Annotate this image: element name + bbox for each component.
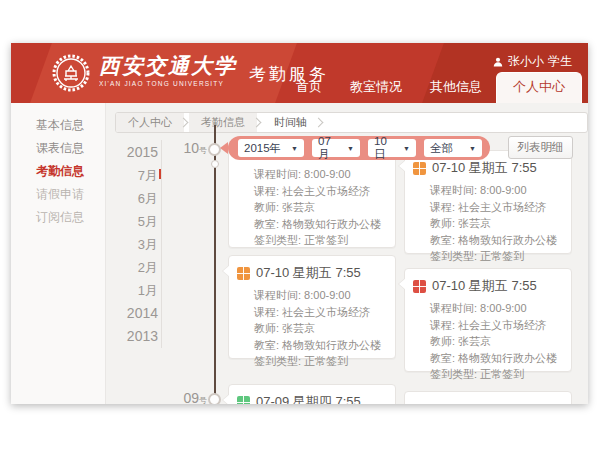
nav-item-home[interactable]: 首页 xyxy=(282,72,336,103)
card-field: 教师: 张芸京 xyxy=(430,215,563,232)
card-field: 课程: 社会主义市场经济 xyxy=(430,317,563,334)
period-february[interactable]: 2月 xyxy=(69,256,158,279)
card-field: 课程时间: 8:00-9:00 xyxy=(430,182,563,199)
university-name-cn: 西安交通大学 xyxy=(99,54,237,78)
year-dropdown[interactable]: 2015年 ▼ xyxy=(238,139,304,157)
chevron-down-icon: ▼ xyxy=(347,145,354,152)
card-field: 教师: 张芸京 xyxy=(430,333,563,350)
breadcrumb: 个人中心 考勤信息 时间轴 xyxy=(115,112,588,133)
day-dropdown[interactable]: 10日 ▼ xyxy=(368,139,416,157)
card-header: 07-10 星期五 7:55 xyxy=(229,256,395,285)
card-field: 教师: 张芸京 xyxy=(254,199,387,216)
card-field: 课程: 社会主义市场经济 xyxy=(254,304,387,321)
sidebar-item-basic-info[interactable]: 基本信息 xyxy=(11,114,105,137)
day-marker-10[interactable]: 10号 xyxy=(161,139,207,157)
content-area: 基本信息 课表信息 考勤信息 请假申请 订阅信息 个人中心 考勤信息 时间轴 2… xyxy=(11,103,588,404)
attendance-card[interactable]: 07-10 星期五 7:55 课程时间: 8:00-9:00 课程: 社会主义市… xyxy=(404,268,572,372)
university-logo-icon xyxy=(51,53,91,93)
period-2014[interactable]: 2014 xyxy=(69,302,158,325)
attendance-card-partial[interactable] xyxy=(404,391,572,404)
card-field: 签到类型: 正常签到 xyxy=(430,366,563,383)
card-field: 教室: 格物致知行政办公楼 xyxy=(254,337,387,354)
university-title-block: 西安交通大学 XI'AN JIAO TONG UNIVERSITY xyxy=(99,54,237,87)
card-field: 签到类型: 正常签到 xyxy=(430,248,563,265)
list-detail-button[interactable]: 列表明细 xyxy=(508,136,573,159)
user-info[interactable]: 张小小 学生 xyxy=(492,53,572,70)
nav-item-other-info[interactable]: 其他信息 xyxy=(416,72,496,103)
period-list: 2015 7月 6月 5月 3月 2月 1月 2014 2013 xyxy=(69,141,158,348)
card-header: 07-09 星期四 7:55 xyxy=(229,385,395,404)
app-header: 西安交通大学 XI'AN JIAO TONG UNIVERSITY 考勤服务 张… xyxy=(11,43,588,103)
day-marker-09[interactable]: 09号 xyxy=(161,389,207,404)
chevron-down-icon: ▼ xyxy=(291,145,298,152)
card-field: 课程: 社会主义市场经济 xyxy=(254,183,387,200)
card-field: 签到类型: 正常签到 xyxy=(254,232,387,249)
card-field: 课程时间: 8:00-9:00 xyxy=(430,300,563,317)
card-header: 07-10 星期五 7:55 xyxy=(405,269,571,298)
card-field: 教室: 格物致知行政办公楼 xyxy=(430,232,563,249)
card-field: 教室: 格物致知行政办公楼 xyxy=(254,216,387,233)
user-name: 张小小 xyxy=(508,53,544,70)
nav-item-classrooms[interactable]: 教室情况 xyxy=(336,72,416,103)
status-stamp-icon xyxy=(413,280,426,293)
attendance-card[interactable]: 07-10 星期五 7:55 课程时间: 8:00-9:00 课程: 社会主义市… xyxy=(404,150,572,254)
breadcrumb-timeline[interactable]: 时间轴 xyxy=(262,113,319,132)
user-role: 学生 xyxy=(548,53,572,70)
filter-bar: 2015年 ▼ 07月 ▼ 10日 ▼ 全部 ▼ xyxy=(228,136,490,160)
period-2013[interactable]: 2013 xyxy=(69,325,158,348)
period-july[interactable]: 7月 xyxy=(69,164,158,187)
card-date: 07-09 星期四 7:55 xyxy=(256,393,361,404)
selected-period-tick xyxy=(159,169,161,179)
card-field: 课程: 社会主义市场经济 xyxy=(430,199,563,216)
person-icon xyxy=(492,56,504,68)
period-2015[interactable]: 2015 xyxy=(69,141,158,164)
chevron-down-icon: ▼ xyxy=(469,145,476,152)
period-march[interactable]: 3月 xyxy=(69,233,158,256)
attendance-card[interactable]: 07-10 星期五 7:55 课程时间: 8:00-9:00 课程: 社会主义市… xyxy=(228,255,396,359)
card-field: 教师: 张芸京 xyxy=(254,320,387,337)
card-field: 签到类型: 正常签到 xyxy=(254,353,387,370)
card-date: 07-10 星期五 7:55 xyxy=(432,277,537,295)
chevron-down-icon: ▼ xyxy=(403,145,410,152)
month-dropdown[interactable]: 07月 ▼ xyxy=(312,139,360,157)
type-dropdown[interactable]: 全部 ▼ xyxy=(424,139,482,157)
status-stamp-icon xyxy=(237,396,250,405)
period-rail-line xyxy=(161,140,162,348)
app-window: 西安交通大学 XI'AN JIAO TONG UNIVERSITY 考勤服务 张… xyxy=(11,43,588,404)
period-january[interactable]: 1月 xyxy=(69,279,158,302)
nav-item-personal-center[interactable]: 个人中心 xyxy=(496,72,582,103)
status-stamp-icon xyxy=(413,162,426,175)
card-field: 教室: 格物致知行政办公楼 xyxy=(430,350,563,367)
card-field: 课程时间: 8:00-9:00 xyxy=(254,166,387,183)
period-may[interactable]: 5月 xyxy=(69,210,158,233)
breadcrumb-personal-center[interactable]: 个人中心 xyxy=(116,113,184,132)
period-june[interactable]: 6月 xyxy=(69,187,158,210)
timeline-dot-secondary[interactable] xyxy=(211,160,219,168)
card-date: 07-10 星期五 7:55 xyxy=(432,159,537,177)
card-date: 07-10 星期五 7:55 xyxy=(256,264,361,282)
card-field: 课程时间: 8:00-9:00 xyxy=(254,287,387,304)
university-name-en: XI'AN JIAO TONG UNIVERSITY xyxy=(99,80,237,87)
attendance-card[interactable]: 07-09 星期四 7:55 xyxy=(228,384,396,404)
timeline-dot-day09[interactable] xyxy=(208,393,221,404)
status-stamp-icon xyxy=(237,267,250,280)
main-nav: 首页 教室情况 其他信息 个人中心 xyxy=(282,72,582,103)
breadcrumb-attendance[interactable]: 考勤信息 xyxy=(189,113,257,132)
